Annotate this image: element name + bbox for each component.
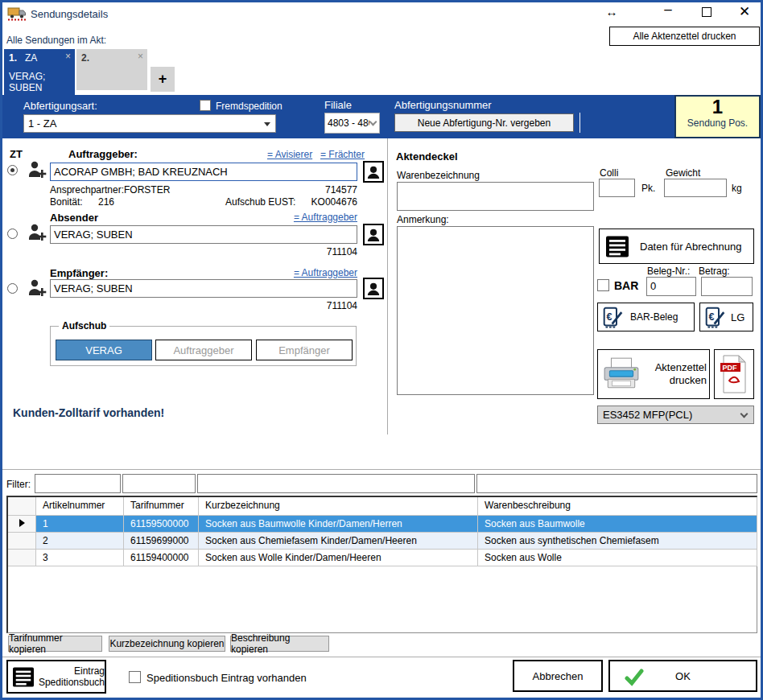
table-cell[interactable]: Socken aus synthetischen Chemiefasem [478,533,757,550]
pdf-icon: PDF [720,355,749,393]
empfaenger-auftraggeber-link[interactable]: = Auftraggeber [277,267,357,278]
betrag-input[interactable] [701,277,753,296]
tab-number: 2. [81,52,89,64]
aufschub-auftraggeber-button[interactable]: Auftraggeber [155,340,252,360]
chevron-down-icon [740,410,749,418]
maximize-icon[interactable] [702,7,711,17]
aufschub-eust-label: Aufschub EUST: [225,196,295,208]
absender-input[interactable]: VERAG; SUBEN [50,225,357,244]
ok-button[interactable]: OK [608,660,757,692]
euro-receipt-icon: € [602,306,624,329]
table-cell[interactable]: 2 [36,533,124,550]
filiale-label: Filiale [324,99,352,111]
kurzbezeichnung-kopieren-button[interactable]: Kurzbezeichnung kopieren [109,636,225,652]
fremdspedition-checkbox[interactable] [200,100,211,111]
column-header-kurzbezeichnung[interactable]: Kurzbezeichnung [199,497,478,516]
table-cell[interactable]: 61159400000 [124,550,199,566]
abrechnung-label: Daten für Abrechnung [640,241,741,253]
person-icon [366,282,381,296]
empfaenger-input[interactable]: VERAG; SUBEN [50,279,357,298]
aufschub-verag-button[interactable]: VERAG [56,340,152,360]
beschreibung-kopieren-button[interactable]: Beschreibung kopieren [230,636,329,652]
absender-contact-button[interactable] [363,224,384,245]
filter-input-tarifnummer[interactable] [122,474,196,493]
person-add-icon[interactable] [27,159,47,183]
person-add-icon[interactable] [27,222,47,245]
table-cell[interactable]: 61159500000 [124,516,199,533]
tab-type: ZA [25,52,37,64]
abbrechen-button[interactable]: Abbrechen [513,660,603,692]
filiale-dropdown[interactable]: 4803 - 480 [324,113,380,134]
column-header-artikelnummer[interactable]: Artikelnummer [36,497,124,516]
table-cell[interactable]: 3 [36,550,124,566]
beleg-nr-input[interactable]: 0 [646,277,696,296]
table-cell[interactable]: Socken aus Baumwolle [478,516,757,533]
absender-auftraggeber-link[interactable]: = Auftraggeber [277,212,357,223]
zt-radio-empfaenger[interactable] [7,283,18,294]
copy-button-label: Beschreibung kopieren [231,632,328,655]
eintrag-speditionsbuch-button[interactable]: Eintrag Speditionsbuch [6,660,106,694]
empfaenger-label: Empfänger: [50,267,108,279]
aktenzettel-drucken-button[interactable]: Aktenzettel drucken [597,349,710,399]
list-icon [13,667,34,687]
speditionsbuch-checkbox[interactable] [129,671,141,683]
auftraggeber-contact-button[interactable] [363,161,384,183]
add-tab-button[interactable]: + [151,67,175,92]
gewicht-input[interactable] [664,179,727,197]
pdf-icon-label: PDF [723,364,738,372]
auftraggeber-input[interactable]: ACORAP GMBH; BAD KREUZNACH [50,163,357,181]
tab-close-icon[interactable]: × [65,51,71,62]
avisierer-link[interactable]: = Avisierer [267,149,312,160]
column-header-tarifnummer[interactable]: Tarifnummer [124,497,199,516]
zt-radio-absender[interactable] [7,229,18,239]
filter-input-warenbeschreibung[interactable] [476,474,757,493]
resize-icon[interactable]: ↔ [604,5,620,19]
minimize-icon[interactable]: – [660,2,676,18]
column-header-warenbeschreibung[interactable]: Warenbeschreibung [478,497,757,516]
bonitaet-value: 216 [98,196,114,208]
copy-button-label: Kurzbezeichnung kopieren [109,638,224,649]
chevron-down-icon [369,118,377,126]
neue-abfertigungsnummer-button[interactable]: Neue Abfertigung-Nr. vergeben [394,113,574,132]
tab-close-icon[interactable]: × [138,51,143,62]
shipment-tab-2[interactable]: 2. × [76,49,147,90]
bar-beleg-button[interactable]: € BAR-Beleg [597,303,695,331]
filter-input-artikelnummer[interactable] [35,474,121,493]
pdf-export-button[interactable]: PDF [714,349,754,399]
row-indicator-cell [8,550,36,566]
position-caption: Sendung Pos. [676,117,759,129]
tarifnummer-kopieren-button[interactable]: Tarifnummer kopieren [8,636,102,652]
bar-beleg-label: BAR-Beleg [630,311,678,323]
divider [0,657,763,657]
fremdspedition-label: Fremdspedition [216,101,283,112]
printer-select[interactable]: ES3452 MFP(PCL) [597,406,754,424]
kunden-zolltarif-note: Kunden-Zolltarif vorhanden! [13,406,164,419]
anmerkung-textarea[interactable] [397,226,594,395]
person-add-icon[interactable] [27,278,47,301]
print-all-aktenzettel-button[interactable]: Alle Aktenzettel drucken [609,27,760,46]
colli-input[interactable] [599,179,635,197]
shipment-tab-1[interactable]: 1. ZA × VERAG; SUBEN [4,49,75,95]
empfaenger-contact-button[interactable] [363,278,384,299]
row-indicator-cell [8,533,36,550]
daten-fuer-abrechnung-button[interactable]: Daten für Abrechnung [599,229,754,264]
zt-radio-auftraggeber[interactable] [7,165,18,175]
aufschub-button-label: Auftraggeber [173,344,233,356]
table-cell[interactable]: Socken aus Wolle Kinder/Damen/Heeren [199,550,478,566]
aufschub-button-label: VERAG [85,344,122,356]
table-cell[interactable]: Socken aus Chemiefasem Kinder/Damen/Heer… [199,533,478,550]
table-cell[interactable]: Socken aus Baumwolle Kinder/Damen/Herren [199,516,478,533]
abfertigungsart-dropdown[interactable]: 1 - ZA [23,114,276,133]
close-icon[interactable]: ✕ [736,3,753,20]
table-cell[interactable]: 61159699000 [124,533,199,550]
window-title: Sendungsdetails [31,8,108,20]
beleg-nr-label: Beleg-Nr.: [647,266,690,277]
table-cell[interactable]: 1 [36,516,124,533]
aufschub-empfaenger-button[interactable]: Empfänger [256,340,353,360]
frachter-link[interactable]: = Frächter [320,149,365,160]
warenbezeichnung-input[interactable] [397,182,594,211]
lg-button[interactable]: € LG [699,303,753,331]
table-cell[interactable]: Socken aus Wolle [478,550,757,566]
bar-checkbox[interactable] [597,279,609,291]
filter-input-kurzbezeichnung[interactable] [197,474,475,493]
